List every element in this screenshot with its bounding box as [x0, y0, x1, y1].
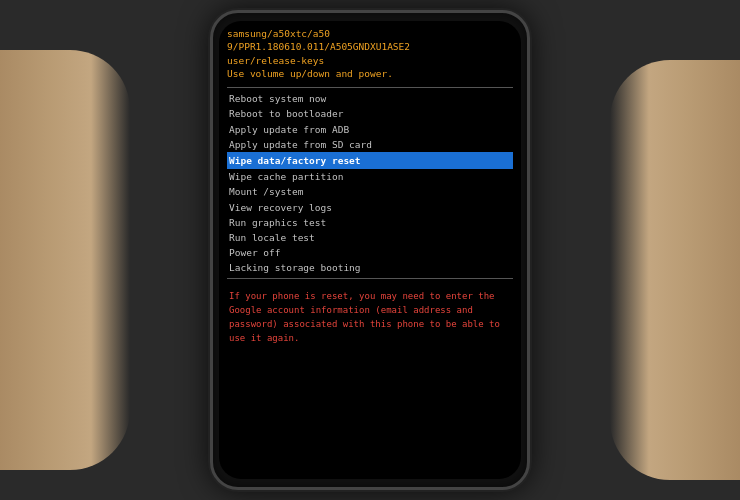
- phone-screen: samsung/a50xtc/a50 9/PPR1.180610.011/A50…: [219, 21, 521, 479]
- header-line-3: user/release-keys: [227, 54, 513, 67]
- header-line-2: 9/PPR1.180610.011/A505GNDXU1ASE2: [227, 40, 513, 53]
- hand-left: [0, 50, 130, 470]
- phone: samsung/a50xtc/a50 9/PPR1.180610.011/A50…: [210, 10, 530, 490]
- menu-item-wipe-data[interactable]: Wipe data/factory reset: [227, 152, 513, 169]
- hand-right: [610, 60, 740, 480]
- scene: samsung/a50xtc/a50 9/PPR1.180610.011/A50…: [0, 0, 740, 500]
- menu-item-locale-test[interactable]: Run locale test: [227, 230, 513, 245]
- menu-item-view-logs[interactable]: View recovery logs: [227, 200, 513, 215]
- divider-top: [227, 87, 513, 88]
- menu-item-graphics-test[interactable]: Run graphics test: [227, 215, 513, 230]
- menu-item-power-off[interactable]: Power off: [227, 245, 513, 260]
- menu-item-mount-system[interactable]: Mount /system: [227, 184, 513, 199]
- menu-item-apply-sd[interactable]: Apply update from SD card: [227, 137, 513, 152]
- menu-item-apply-adb[interactable]: Apply update from ADB: [227, 122, 513, 137]
- menu-item-wipe-cache[interactable]: Wipe cache partition: [227, 169, 513, 184]
- header-info: samsung/a50xtc/a50 9/PPR1.180610.011/A50…: [227, 27, 513, 80]
- warning-text: If your phone is reset, you may need to …: [229, 290, 511, 346]
- recovery-ui: samsung/a50xtc/a50 9/PPR1.180610.011/A50…: [219, 21, 521, 479]
- header-line-1: samsung/a50xtc/a50: [227, 27, 513, 40]
- menu-section: Reboot system now Reboot to bootloader A…: [227, 91, 513, 275]
- header-line-4: Use volume up/down and power.: [227, 67, 513, 80]
- warning-section: If your phone is reset, you may need to …: [227, 286, 513, 350]
- divider-bottom: [227, 278, 513, 279]
- menu-item-lacking-storage[interactable]: Lacking storage booting: [227, 260, 513, 275]
- menu-item-reboot-system[interactable]: Reboot system now: [227, 91, 513, 106]
- menu-item-reboot-bootloader[interactable]: Reboot to bootloader: [227, 106, 513, 121]
